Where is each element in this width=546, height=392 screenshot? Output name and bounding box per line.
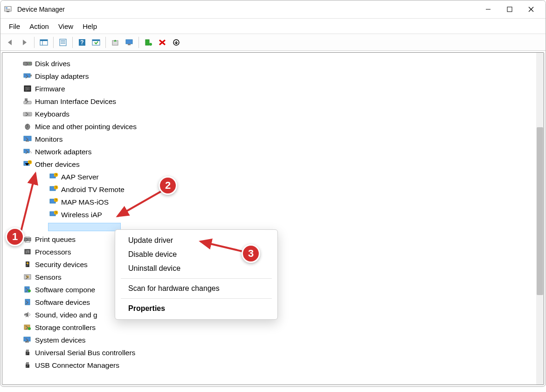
chevron-right-icon[interactable]	[24, 249, 30, 255]
minimize-button[interactable]	[477, 2, 499, 17]
chevron-right-icon[interactable]	[24, 362, 30, 369]
tree-item-aap-server[interactable]: ? AAP Server	[12, 171, 544, 183]
update-driver-button[interactable]	[109, 36, 122, 49]
unknown-device-icon: ?	[49, 186, 58, 194]
enable-button[interactable]	[142, 36, 155, 49]
tree-label: Sensors	[35, 273, 62, 282]
svg-text:?: ?	[55, 211, 57, 214]
annotation-2: 2	[159, 176, 177, 195]
menu-help[interactable]: Help	[78, 21, 102, 32]
properties-button[interactable]	[56, 36, 69, 49]
chevron-right-icon[interactable]	[24, 312, 30, 318]
toolbar: ?	[0, 34, 546, 51]
help-button[interactable]: ?	[76, 36, 89, 49]
separator	[72, 37, 73, 48]
app-icon	[4, 6, 13, 13]
tree-item-usb-controllers[interactable]: Universal Serial Bus controllers	[12, 346, 544, 359]
tree-label: Android TV Remote	[61, 186, 124, 194]
tree-item-mice[interactable]: Mice and other pointing devices	[12, 120, 544, 133]
svg-rect-10	[40, 40, 48, 41]
chevron-right-icon[interactable]	[24, 61, 30, 67]
tree-item-monitors[interactable]: Monitors	[12, 133, 544, 145]
chevron-right-icon[interactable]	[24, 236, 30, 243]
tree-item-android-tv[interactable]: ? Android TV Remote	[12, 183, 544, 196]
monitor-button[interactable]	[123, 36, 136, 49]
chevron-right-icon[interactable]	[24, 299, 30, 306]
tree-label: Display adapters	[35, 72, 89, 81]
svg-point-24	[149, 43, 152, 46]
tree-label: Human Interface Devices	[35, 97, 116, 106]
ctx-scan[interactable]: Scan for hardware changes	[115, 282, 277, 296]
separator	[138, 37, 139, 48]
tree-label: USB Connector Managers	[35, 361, 119, 370]
vertical-scrollbar[interactable]	[536, 53, 544, 385]
tree-label: Wireless iAP	[61, 211, 102, 219]
chevron-right-icon[interactable]	[24, 324, 30, 331]
unknown-device-icon: ?	[49, 211, 58, 219]
menu-view[interactable]: View	[54, 21, 78, 32]
tree-item-display-adapters[interactable]: Display adapters	[12, 70, 544, 83]
tree-item-storage[interactable]: Storage controllers	[12, 321, 544, 334]
tree-label: Sound, video and g	[35, 311, 97, 319]
tree-label: Print queues	[35, 235, 76, 244]
tree-item-usb-connector[interactable]: USB Connector Managers	[12, 359, 544, 371]
chevron-right-icon[interactable]	[24, 337, 30, 344]
scrollbar-thumb[interactable]	[537, 127, 543, 295]
svg-text:?: ?	[55, 199, 57, 202]
separator	[53, 37, 54, 48]
tree-label: Monitors	[35, 135, 62, 144]
tree-item-selected-blank[interactable]	[48, 223, 121, 231]
annotation-1: 1	[6, 227, 24, 246]
ctx-properties[interactable]: Properties	[115, 302, 277, 316]
svg-rect-3	[6, 10, 10, 10]
scan-button[interactable]	[90, 36, 103, 49]
tree-item-wireless-iap[interactable]: ? Wireless iAP	[12, 208, 544, 221]
svg-text:?: ?	[55, 173, 57, 177]
chevron-right-icon[interactable]	[24, 350, 30, 356]
chevron-right-icon[interactable]	[24, 86, 30, 92]
chevron-right-icon[interactable]	[24, 149, 30, 155]
svg-rect-12	[60, 39, 66, 46]
tree-label: Disk drives	[35, 60, 70, 68]
chevron-right-icon[interactable]	[24, 261, 30, 268]
chevron-right-icon[interactable]	[24, 111, 30, 117]
menu-file[interactable]: File	[4, 21, 25, 32]
maximize-button[interactable]	[499, 2, 520, 17]
chevron-right-icon[interactable]	[24, 124, 30, 130]
tree-item-other-devices[interactable]: ? Other devices	[12, 158, 544, 171]
tree-item-disk-drives[interactable]: Disk drives	[12, 57, 544, 70]
content-area: Disk drives Display adapters Firmware Hu…	[2, 52, 544, 385]
tree-label: Universal Serial Bus controllers	[35, 349, 135, 357]
window-controls	[477, 2, 542, 17]
annotation-3: 3	[242, 244, 260, 263]
chevron-right-icon[interactable]	[24, 274, 30, 281]
menu-action[interactable]: Action	[25, 21, 54, 32]
back-button[interactable]	[4, 36, 17, 49]
chevron-down-icon[interactable]	[24, 161, 30, 168]
tree-item-network[interactable]: Network adapters	[12, 145, 544, 158]
tree-label: Software devices	[35, 298, 90, 307]
chevron-right-icon[interactable]	[24, 73, 30, 80]
forward-button[interactable]	[18, 36, 31, 49]
titlebar: Device Manager	[0, 0, 546, 18]
tree-item-firmware[interactable]: Firmware	[12, 83, 544, 95]
separator	[34, 37, 35, 48]
chevron-right-icon[interactable]	[24, 287, 30, 293]
tree-label: Security devices	[35, 261, 88, 269]
separator	[121, 298, 272, 299]
chevron-right-icon[interactable]	[24, 136, 30, 143]
device-manager-window: Device Manager File Action View Help ?	[0, 0, 546, 387]
uninstall-button[interactable]	[156, 36, 169, 49]
separator	[121, 278, 272, 279]
tree-item-hid[interactable]: Human Interface Devices	[12, 95, 544, 108]
tree-label: AAP Server	[61, 173, 99, 181]
tree-item-keyboards[interactable]: Keyboards	[12, 108, 544, 120]
tree-item-map-mas[interactable]: ? MAP MAS-iOS	[12, 196, 544, 208]
ctx-uninstall-device[interactable]: Uninstall device	[115, 261, 277, 275]
svg-text:?: ?	[55, 186, 57, 189]
chevron-right-icon[interactable]	[24, 98, 30, 105]
show-hide-button[interactable]	[37, 36, 50, 49]
close-button[interactable]	[520, 2, 542, 17]
tree-item-system[interactable]: System devices	[12, 334, 544, 346]
down-button[interactable]	[170, 36, 183, 49]
